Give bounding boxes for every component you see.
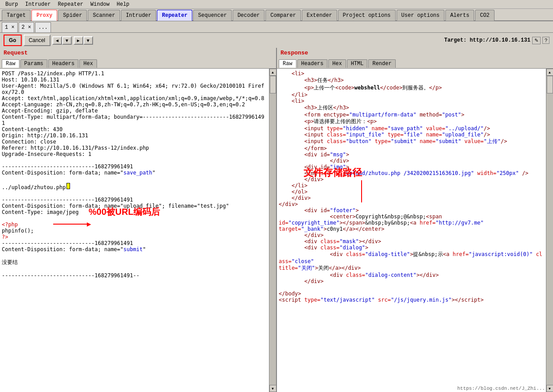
request-tab-row: 1 × 2 × ... [0, 21, 553, 33]
tab-request-1[interactable]: 1 × [2, 22, 18, 33]
request-scrollbar[interactable]: ▲ ▼ [269, 69, 276, 392]
annotation-url-encode-text: %00被URL编码后 [89, 206, 160, 218]
tab-project-options[interactable]: Project options [338, 10, 396, 21]
tab-user-options[interactable]: User options [397, 10, 444, 21]
menu-intruder[interactable]: Intruder [22, 0, 55, 9]
response-tabs: Raw Headers Hex HTML Render [277, 58, 553, 69]
tab-comparer[interactable]: Comparer [265, 10, 301, 21]
tab-extender[interactable]: Extender [302, 10, 337, 21]
request-tab-headers[interactable]: Headers [48, 59, 78, 68]
tab-target[interactable]: Target [2, 10, 31, 21]
menu-help[interactable]: Help [113, 0, 133, 9]
scroll-thumb[interactable] [270, 76, 276, 93]
scroll-up-arrow[interactable]: ▲ [269, 69, 276, 76]
request-panel: Request Raw Params Headers Hex POST /Pas… [0, 48, 277, 392]
next-button[interactable]: ► [74, 36, 83, 45]
response-tab-raw[interactable]: Raw [279, 59, 296, 68]
tab-request-more[interactable]: ... [35, 22, 51, 33]
response-tab-html[interactable]: HTML [347, 59, 368, 68]
response-tab-render[interactable]: Render [368, 59, 395, 68]
toolbar: Go Cancel ◄ ▼ ► ▼ Target: http://10.10.1… [0, 33, 553, 48]
scroll-track[interactable] [269, 76, 276, 385]
cancel-button[interactable]: Cancel [23, 35, 51, 46]
main-content: Request Raw Params Headers Hex POST /Pas… [0, 48, 553, 392]
request-content[interactable]: POST /Pass-12/index.php HTTP/1.1 Host: 1… [0, 69, 269, 392]
request-tabs: Raw Params Headers Hex [0, 58, 276, 69]
response-scroll-down[interactable]: ▼ [546, 385, 553, 392]
response-scroll-track[interactable] [546, 76, 553, 385]
tab-spider[interactable]: Spider [58, 10, 87, 21]
menu-bar: Burp Intruder Repeater Window Help [0, 0, 553, 9]
prev-down-button[interactable]: ▼ [62, 36, 72, 45]
target-label: Target: http://10.10.16.131 [444, 37, 530, 43]
response-body: <li> <h3>任务</h3> <p>上传一个<code>webshell</… [277, 69, 553, 392]
response-tab-headers[interactable]: Headers [297, 59, 327, 68]
request-body: POST /Pass-12/index.php HTTP/1.1 Host: 1… [0, 69, 276, 392]
response-scroll-up[interactable]: ▲ [546, 69, 553, 76]
response-text-2: </div> <div id="footer"> <center>Copyrig… [279, 201, 544, 303]
next-down-button[interactable]: ▼ [83, 36, 93, 45]
request-header: Request [0, 48, 276, 58]
menu-window[interactable]: Window [87, 0, 113, 9]
tab-alerts[interactable]: Alerts [445, 10, 474, 21]
response-panel: Response Raw Headers Hex HTML Render <li… [277, 48, 553, 392]
response-header: Response [277, 48, 553, 58]
go-button[interactable]: Go [4, 35, 22, 46]
menu-repeater[interactable]: Repeater [54, 0, 87, 9]
response-content[interactable]: <li> <h3>任务</h3> <p>上传一个<code>webshell</… [277, 69, 546, 392]
prev-button[interactable]: ◄ [52, 36, 62, 45]
tab-co2[interactable]: CO2 [475, 10, 495, 21]
request-text: POST /Pass-12/index.php HTTP/1.1 Host: 1… [2, 70, 267, 176]
target-info: Target: http://10.10.16.131 ✎ ? [444, 37, 549, 44]
menu-burp[interactable]: Burp [2, 0, 22, 9]
main-tab-bar: Target Proxy Spider Scanner Intruder Rep… [0, 9, 553, 21]
annotation-url-encode: %00被URL编码后 ▶ [53, 206, 160, 229]
status-bar: https://blog.csdn.net/J_Zhi... [456, 385, 546, 392]
tab-proxy[interactable]: Proxy [31, 10, 57, 21]
request-tab-params[interactable]: Params [20, 59, 47, 68]
request-tab-raw[interactable]: Raw [2, 59, 19, 68]
request-tab-hex[interactable]: Hex [79, 59, 97, 68]
annotation-file-path: 文件存储路径 [304, 166, 362, 202]
tab-sequencer[interactable]: Sequencer [193, 10, 232, 21]
response-tab-hex[interactable]: Hex [328, 59, 346, 68]
tab-decoder[interactable]: Decoder [233, 10, 265, 21]
tab-scanner[interactable]: Scanner [88, 10, 120, 21]
help-button[interactable]: ? [542, 37, 549, 44]
response-scroll-thumb[interactable] [547, 76, 553, 93]
scroll-down-arrow[interactable]: ▼ [269, 385, 276, 392]
tab-intruder[interactable]: Intruder [121, 10, 156, 21]
tab-repeater[interactable]: Repeater [157, 10, 192, 21]
tab-request-2[interactable]: 2 × [19, 22, 35, 33]
response-scrollbar[interactable]: ▲ ▼ [546, 69, 553, 392]
edit-target-button[interactable]: ✎ [532, 37, 541, 44]
annotation-file-path-text: 文件存储路径 [304, 166, 362, 179]
